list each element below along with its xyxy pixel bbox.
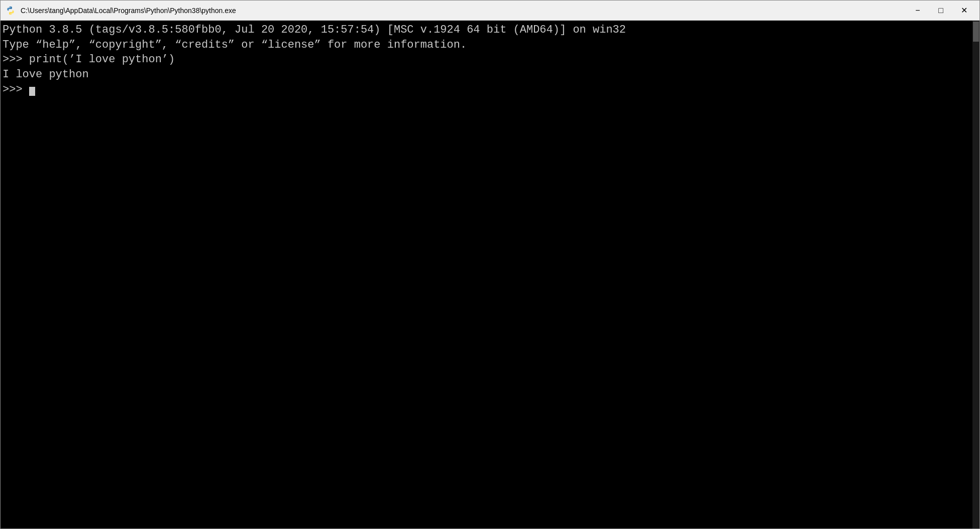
minimize-button[interactable]: − <box>906 1 929 21</box>
window-title: C:\Users\tang\AppData\Local\Programs\Pyt… <box>21 7 906 15</box>
terminal-line-4: I love python <box>3 67 977 82</box>
terminal-body[interactable]: Python 3.8.5 (tags/v3.8.5:580fbb0, Jul 2… <box>1 21 979 528</box>
scrollbar[interactable] <box>972 21 979 528</box>
scrollbar-thumb[interactable] <box>973 22 979 42</box>
terminal-line-3: >>> print(’I love python’) <box>3 52 977 67</box>
terminal-line-5: >>> <box>3 82 977 97</box>
title-bar: C:\Users\tang\AppData\Local\Programs\Pyt… <box>1 1 979 21</box>
terminal-line-2: Type “help”, “copyright”, “credits” or “… <box>3 38 977 53</box>
python-icon <box>5 5 17 17</box>
window-controls: − □ ✕ <box>906 1 975 21</box>
maximize-button[interactable]: □ <box>929 1 952 21</box>
window: C:\Users\tang\AppData\Local\Programs\Pyt… <box>0 0 980 529</box>
close-button[interactable]: ✕ <box>952 1 975 21</box>
terminal-cursor <box>29 87 35 96</box>
terminal-line-1: Python 3.8.5 (tags/v3.8.5:580fbb0, Jul 2… <box>3 23 977 38</box>
